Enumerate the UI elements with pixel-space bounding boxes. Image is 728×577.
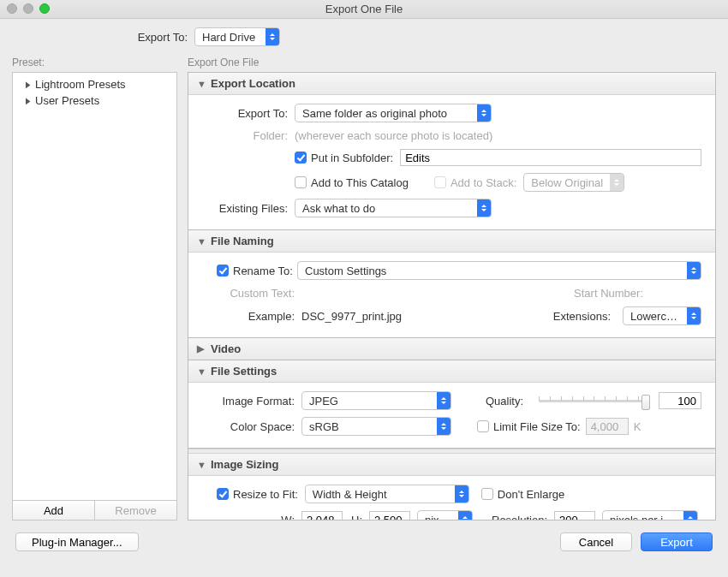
resize-label: Resize to Fit: <box>233 488 298 501</box>
plugin-manager-button[interactable]: Plug-in Manager... <box>15 532 139 551</box>
limit-unit: K <box>634 420 641 433</box>
folder-label: Folder: <box>202 129 288 142</box>
titlebar: Export One File <box>0 0 728 19</box>
example-value: DSC_9977_print.jpg <box>301 310 402 323</box>
disclosure-triangle-icon: ▶ <box>26 80 31 89</box>
main-heading: Export One File <box>188 57 716 68</box>
height-label: H: <box>351 514 362 521</box>
chevron-down-icon: ▼ <box>197 79 206 89</box>
cancel-button[interactable]: Cancel <box>560 532 632 551</box>
extensions-label: Extensions: <box>553 310 611 323</box>
dont-enlarge-label: Don't Enlarge <box>498 488 564 501</box>
rename-checkbox[interactable] <box>217 265 229 277</box>
start-number-label: Start Number: <box>574 287 643 300</box>
section-header-location[interactable]: ▼ Export Location <box>188 73 715 95</box>
chevron-down-icon: ▼ <box>197 460 206 470</box>
resize-checkbox[interactable] <box>217 488 229 500</box>
colorspace-select[interactable]: sRGB <box>301 417 451 436</box>
section-header-video[interactable]: ▶ Video <box>188 338 715 360</box>
disclosure-triangle-icon: ▶ <box>26 96 31 105</box>
size-unit-select[interactable]: pixels <box>417 510 473 520</box>
extensions-select[interactable]: Lowercase <box>623 306 701 325</box>
window-title: Export One File <box>325 3 403 15</box>
folder-value: (wherever each source photo is located) <box>295 129 492 142</box>
quality-label: Quality: <box>463 395 523 407</box>
width-label: W: <box>202 514 295 521</box>
rename-template-select[interactable]: Custom Settings <box>297 261 701 280</box>
preset-item-lightroom[interactable]: ▶ Lightroom Presets <box>13 76 176 92</box>
traffic-light-close[interactable] <box>7 3 17 14</box>
export-to-select[interactable]: Hard Drive <box>194 27 280 46</box>
section-header-filesettings[interactable]: ▼ File Settings <box>188 360 715 383</box>
resolution-input[interactable] <box>554 511 595 520</box>
rename-label: Rename To: <box>233 265 297 277</box>
dont-enlarge-checkbox[interactable] <box>481 488 493 500</box>
resolution-unit-select[interactable]: pixels per inch <box>602 510 698 520</box>
add-catalog-checkbox[interactable] <box>295 176 307 188</box>
loc-export-to-select[interactable]: Same folder as original photo <box>295 104 492 122</box>
colorspace-label: Color Space: <box>202 420 295 433</box>
format-label: Image Format: <box>202 395 295 407</box>
chevron-down-icon: ▼ <box>197 236 206 247</box>
add-stack-checkbox <box>434 176 446 188</box>
loc-export-to-label: Export To: <box>202 107 288 120</box>
traffic-light-minimize[interactable] <box>23 3 33 14</box>
stack-position-select: Below Original <box>523 173 624 192</box>
export-button[interactable]: Export <box>641 532 713 551</box>
resolution-label: Resolution: <box>492 514 547 521</box>
chevron-down-icon: ▼ <box>197 366 206 377</box>
preset-list[interactable]: ▶ Lightroom Presets ▶ User Presets <box>12 72 177 501</box>
subfolder-label: Put in Subfolder: <box>311 152 393 164</box>
traffic-light-zoom[interactable] <box>39 3 50 14</box>
preset-heading: Preset: <box>12 57 177 68</box>
remove-preset-button: Remove <box>94 501 176 520</box>
chevron-right-icon: ▶ <box>197 343 206 354</box>
example-label: Example: <box>202 310 295 323</box>
quality-input[interactable] <box>659 392 701 409</box>
subfolder-checkbox[interactable] <box>295 152 307 164</box>
add-catalog-label: Add to This Catalog <box>311 176 409 189</box>
quality-slider[interactable] <box>539 394 650 407</box>
section-header-sizing[interactable]: ▼ Image Sizing <box>188 454 715 476</box>
limit-filesize-checkbox[interactable] <box>477 420 489 432</box>
add-stack-label: Add to Stack: <box>451 176 516 189</box>
export-to-label: Export To: <box>12 31 188 44</box>
custom-text-label: Custom Text: <box>202 287 295 300</box>
resize-mode-select[interactable]: Width & Height <box>305 485 469 503</box>
subfolder-input[interactable] <box>400 149 701 166</box>
existing-files-label: Existing Files: <box>202 202 288 215</box>
height-input[interactable] <box>369 511 410 520</box>
width-input[interactable] <box>301 511 343 520</box>
section-header-naming[interactable]: ▼ File Naming <box>188 230 715 253</box>
limit-filesize-input <box>586 418 629 435</box>
existing-files-select[interactable]: Ask what to do <box>295 199 492 217</box>
limit-filesize-label: Limit File Size To: <box>493 420 581 433</box>
preset-item-user[interactable]: ▶ User Presets <box>13 92 176 109</box>
add-preset-button[interactable]: Add <box>13 501 94 520</box>
format-select[interactable]: JPEG <box>301 391 451 410</box>
